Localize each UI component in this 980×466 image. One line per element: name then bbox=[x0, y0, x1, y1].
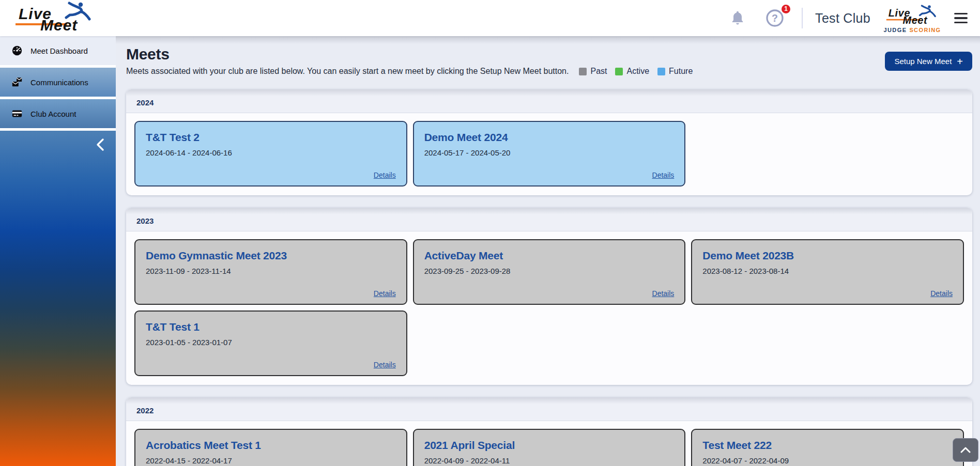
meet-card: 2021 April Special 2022-04-09 - 2022-04-… bbox=[413, 429, 686, 466]
meet-card: Test Meet 222 2022-04-07 - 2022-04-09 De… bbox=[691, 429, 964, 466]
app-window: Live Meet ? 1 bbox=[0, 0, 980, 466]
legend-swatch-future bbox=[657, 68, 665, 75]
meet-title: Demo Gymnastic Meet 2023 bbox=[146, 250, 396, 262]
hamburger-icon bbox=[954, 13, 968, 14]
section-year: 2024 bbox=[136, 98, 154, 107]
gymnast-icon bbox=[63, 2, 91, 22]
section-grid: Acrobatics Meet Test 1 2022-04-15 - 2022… bbox=[126, 421, 972, 466]
meet-details-link[interactable]: Details bbox=[652, 171, 675, 179]
sidebar-collapse-button[interactable] bbox=[85, 131, 116, 160]
legend-item-active: Active bbox=[615, 67, 649, 76]
meet-title: ActiveDay Meet bbox=[424, 250, 675, 262]
club-account-icon bbox=[11, 108, 23, 119]
sidebar: Meet Dashboard Communications Cl bbox=[0, 36, 116, 466]
notifications-button[interactable] bbox=[727, 8, 748, 28]
dashboard-icon bbox=[11, 45, 23, 56]
meet-dates: 2024-06-14 - 2024-06-16 bbox=[146, 148, 396, 157]
top-bar: Live Meet ? 1 bbox=[0, 0, 980, 36]
sidebar-item-label: Meet Dashboard bbox=[30, 46, 88, 55]
meet-details-link[interactable]: Details bbox=[374, 289, 396, 298]
meet-title: Demo Meet 2024 bbox=[424, 131, 675, 144]
judge-scoring-logo: Live Meet JUDGESCORING bbox=[881, 4, 944, 33]
section-header: 2023 bbox=[126, 214, 972, 231]
chevron-up-icon bbox=[960, 447, 971, 453]
meet-card: Demo Meet 2023B 2023-08-12 - 2023-08-14 … bbox=[691, 239, 964, 305]
meet-card: T&T Test 2 2024-06-14 - 2024-06-16 Detai… bbox=[134, 121, 407, 187]
legend-item-past: Past bbox=[579, 67, 607, 76]
meet-details-link[interactable]: Details bbox=[652, 289, 675, 298]
meet-dates: 2022-04-07 - 2022-04-09 bbox=[702, 456, 953, 465]
meet-details-link[interactable]: Details bbox=[930, 289, 953, 298]
meet-card: Demo Gymnastic Meet 2023 2023-11-09 - 20… bbox=[134, 239, 407, 305]
club-name: Test Club bbox=[815, 11, 870, 26]
gymnast-icon bbox=[918, 5, 937, 18]
meet-details-link[interactable]: Details bbox=[374, 171, 396, 179]
section-grid: T&T Test 2 2024-06-14 - 2024-06-16 Detai… bbox=[126, 113, 972, 195]
livemeet-logo: Live Meet bbox=[16, 3, 94, 33]
meet-title: T&T Test 2 bbox=[146, 131, 396, 144]
sidebar-gradient-panel bbox=[0, 131, 116, 466]
sidebar-item-meet-dashboard[interactable]: Meet Dashboard bbox=[0, 36, 116, 65]
meet-dates: 2023-08-12 - 2023-08-14 bbox=[702, 267, 953, 275]
setup-new-meet-button[interactable]: Setup New Meet + bbox=[885, 52, 972, 71]
section-header: 2022 bbox=[126, 404, 972, 421]
section-header: 2024 bbox=[126, 96, 972, 113]
header-divider bbox=[802, 8, 803, 28]
sidebar-item-communications[interactable]: Communications bbox=[0, 68, 116, 97]
meet-dates: 2023-09-25 - 2023-09-28 bbox=[424, 267, 675, 275]
page-header: Meets Meets associated with your club ar… bbox=[116, 36, 980, 87]
meet-dates: 2024-05-17 - 2024-05-20 bbox=[424, 148, 675, 157]
sidebar-item-label: Communications bbox=[30, 78, 88, 87]
page-description: Meets associated with your club are list… bbox=[126, 67, 569, 76]
meet-title: Test Meet 222 bbox=[702, 439, 953, 452]
year-section: 2023 Demo Gymnastic Meet 2023 2023-11-09… bbox=[126, 208, 972, 385]
legend-item-future: Future bbox=[657, 67, 693, 76]
topbar-actions: ? 1 Test Club Live Meet bbox=[727, 4, 971, 33]
page-title: Meets bbox=[126, 45, 693, 63]
meet-dates: 2022-04-15 - 2022-04-17 bbox=[146, 456, 396, 465]
meet-dates: 2023-11-09 - 2023-11-14 bbox=[146, 267, 396, 275]
section-year: 2022 bbox=[136, 406, 154, 415]
meet-details-link[interactable]: Details bbox=[374, 361, 396, 369]
judge-scoring-label: JUDGESCORING bbox=[883, 27, 941, 33]
svg-text:?: ? bbox=[772, 12, 778, 24]
sidebar-item-label: Club Account bbox=[30, 110, 76, 118]
meet-title: T&T Test 1 bbox=[146, 321, 396, 333]
legend-swatch-active bbox=[615, 68, 623, 75]
notification-badge: 1 bbox=[780, 4, 791, 14]
meet-dates: 2022-04-09 - 2022-04-11 bbox=[424, 456, 675, 465]
main-content: Meets Meets associated with your club ar… bbox=[116, 36, 980, 466]
menu-button[interactable] bbox=[951, 10, 971, 26]
meet-card: Demo Meet 2024 2024-05-17 - 2024-05-20 D… bbox=[413, 121, 686, 187]
meet-card: T&T Test 1 2023-01-05 - 2023-01-07 Detai… bbox=[134, 310, 407, 376]
year-section: 2022 Acrobatics Meet Test 1 2022-04-15 -… bbox=[126, 397, 972, 466]
sidebar-item-club-account[interactable]: Club Account bbox=[0, 99, 116, 128]
meet-title: Acrobatics Meet Test 1 bbox=[146, 439, 396, 452]
chevron-left-icon bbox=[96, 138, 104, 151]
scroll-to-top-button[interactable] bbox=[953, 438, 978, 462]
section-year: 2023 bbox=[136, 216, 154, 225]
year-sections: 2024 T&T Test 2 2024-06-14 - 2024-06-16 … bbox=[126, 89, 972, 466]
legend-swatch-past bbox=[579, 68, 587, 75]
meet-title: Demo Meet 2023B bbox=[702, 250, 953, 262]
meet-card: ActiveDay Meet 2023-09-25 - 2023-09-28 D… bbox=[413, 239, 686, 305]
status-legend: Past Active Future bbox=[579, 67, 693, 76]
meet-card: Acrobatics Meet Test 1 2022-04-15 - 2022… bbox=[134, 429, 407, 466]
year-section: 2024 T&T Test 2 2024-06-14 - 2024-06-16 … bbox=[126, 89, 972, 195]
plus-icon: + bbox=[957, 58, 963, 65]
bell-icon bbox=[729, 10, 746, 26]
communications-icon bbox=[11, 76, 23, 88]
section-grid: Demo Gymnastic Meet 2023 2023-11-09 - 20… bbox=[126, 231, 972, 385]
meet-title: 2021 April Special bbox=[424, 439, 675, 452]
meet-dates: 2023-01-05 - 2023-01-07 bbox=[146, 338, 396, 347]
help-button[interactable]: ? 1 bbox=[763, 7, 786, 29]
